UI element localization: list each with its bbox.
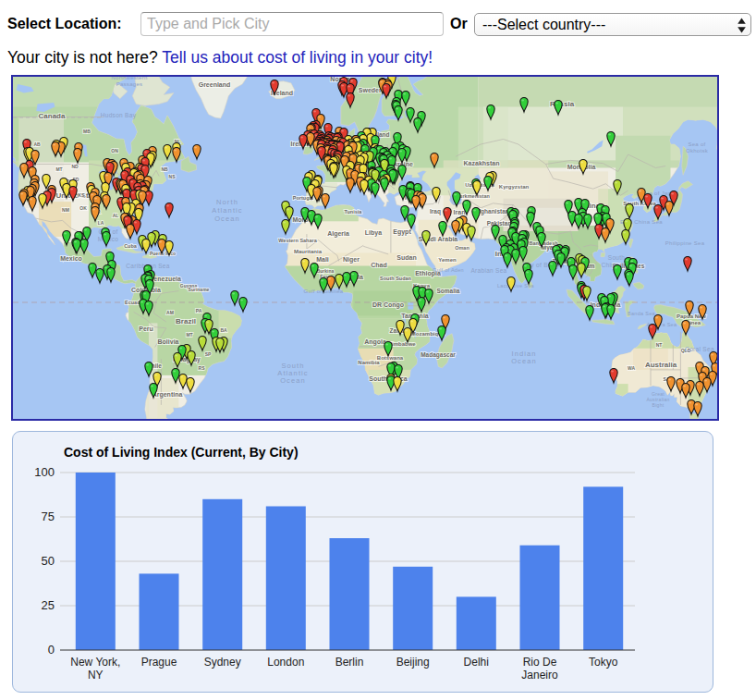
svg-text:Mexico: Mexico: [60, 255, 82, 262]
svg-text:Bolivia: Bolivia: [158, 338, 179, 345]
svg-text:Janeiro: Janeiro: [521, 669, 558, 682]
svg-text:Angola: Angola: [364, 338, 386, 346]
svg-text:0: 0: [48, 643, 55, 657]
svg-text:Okhotsk: Okhotsk: [686, 148, 709, 154]
svg-text:Sudan: Sudan: [396, 254, 416, 261]
svg-text:NM: NM: [62, 207, 69, 213]
svg-text:Yemen: Yemen: [438, 257, 457, 263]
svg-text:Canada: Canada: [39, 112, 66, 120]
svg-text:Hudson Bay: Hudson Bay: [101, 112, 137, 119]
svg-text:Iran: Iran: [454, 209, 466, 215]
svg-text:Niger: Niger: [343, 256, 360, 264]
svg-text:Oman: Oman: [455, 245, 469, 251]
svg-text:NT: NT: [656, 342, 663, 348]
svg-text:MT: MT: [55, 166, 62, 172]
svg-text:BA: BA: [220, 327, 227, 333]
svg-text:Mauritania: Mauritania: [294, 249, 323, 254]
svg-text:OK: OK: [79, 205, 87, 211]
svg-text:Berlin: Berlin: [335, 656, 364, 669]
svg-text:NS: NS: [169, 174, 177, 179]
svg-text:Mali: Mali: [316, 256, 329, 263]
svg-text:Northwestern: Northwestern: [111, 77, 147, 80]
svg-text:Beijing: Beijing: [396, 656, 430, 669]
svg-text:Ocean: Ocean: [511, 357, 537, 365]
svg-text:South: South: [608, 254, 626, 261]
svg-text:Prague: Prague: [141, 656, 177, 669]
svg-text:25: 25: [42, 598, 55, 612]
svg-text:South Sudan: South Sudan: [380, 276, 412, 281]
svg-text:RS: RS: [199, 365, 206, 371]
svg-text:Sweden: Sweden: [359, 87, 383, 93]
svg-text:AL: AL: [113, 213, 119, 218]
svg-text:New York,: New York,: [70, 656, 120, 669]
svg-text:WA: WA: [628, 365, 635, 371]
svg-text:Egypt: Egypt: [393, 228, 411, 236]
svg-text:Gulf of Aden: Gulf of Aden: [433, 267, 464, 273]
svg-text:Zimbabwe: Zimbabwe: [388, 341, 416, 347]
svg-text:Pakistan: Pakistan: [487, 220, 512, 227]
svg-text:AM: AM: [166, 310, 174, 315]
svg-text:Kyrgyzstan: Kyrgyzstan: [499, 184, 530, 190]
svg-text:Ocean: Ocean: [214, 215, 240, 223]
svg-text:Iraq: Iraq: [430, 208, 441, 215]
svg-text:50: 50: [42, 554, 55, 568]
svg-text:100: 100: [34, 465, 55, 479]
svg-text:Turkmenistan: Turkmenistan: [457, 193, 490, 199]
svg-text:SP: SP: [205, 351, 212, 357]
svg-text:Madagascar: Madagascar: [421, 351, 456, 359]
svg-text:Botswana: Botswana: [377, 355, 404, 361]
svg-text:Sydney: Sydney: [204, 656, 241, 669]
svg-text:Western Sahara: Western Sahara: [278, 238, 317, 243]
svg-text:Delhi: Delhi: [464, 656, 489, 669]
svg-text:Kazakhstan: Kazakhstan: [464, 160, 500, 166]
svg-text:Argentina: Argentina: [152, 391, 183, 399]
svg-text:London: London: [267, 656, 304, 669]
svg-text:Peru: Peru: [139, 325, 153, 332]
svg-text:Atlantic: Atlantic: [212, 206, 242, 215]
svg-text:Sea of: Sea of: [688, 141, 705, 147]
svg-text:Tunisia: Tunisia: [345, 209, 363, 215]
svg-text:LA: LA: [98, 220, 104, 226]
svg-text:75: 75: [42, 510, 55, 523]
svg-text:Greenland: Greenland: [199, 81, 231, 88]
svg-text:Chad: Chad: [371, 262, 387, 268]
svg-text:Cuba: Cuba: [124, 243, 138, 249]
svg-text:NY: NY: [88, 669, 104, 682]
svg-text:Australia: Australia: [645, 361, 677, 369]
svg-text:Rio De: Rio De: [523, 656, 557, 669]
svg-text:Tokyo: Tokyo: [589, 656, 618, 669]
svg-text:PA: PA: [196, 308, 202, 313]
svg-text:ON: ON: [111, 148, 118, 154]
svg-text:Philippine Sea: Philippine Sea: [665, 240, 705, 246]
svg-text:Libya: Libya: [365, 229, 382, 237]
svg-text:Bight: Bight: [652, 402, 665, 408]
svg-text:Coral Sea: Coral Sea: [685, 346, 714, 352]
svg-text:Suriname: Suriname: [189, 287, 210, 292]
svg-text:Ocean: Ocean: [280, 376, 306, 385]
svg-text:AB: AB: [33, 141, 41, 147]
svg-text:NB: NB: [161, 166, 168, 172]
svg-text:Algeria: Algeria: [327, 230, 349, 238]
svg-text:DR Congo: DR Congo: [372, 301, 404, 309]
svg-text:Passages: Passages: [116, 81, 143, 87]
svg-text:ND: ND: [71, 164, 79, 169]
svg-text:MB: MB: [83, 129, 91, 134]
svg-text:Somalia: Somalia: [437, 288, 460, 294]
svg-text:MT: MT: [186, 332, 192, 338]
svg-text:Brazil: Brazil: [176, 317, 196, 325]
svg-text:Banda Sea: Banda Sea: [628, 311, 656, 316]
svg-text:North: North: [216, 198, 238, 206]
svg-text:Arabian Sea: Arabian Sea: [470, 267, 506, 274]
svg-text:KS: KS: [79, 192, 86, 198]
